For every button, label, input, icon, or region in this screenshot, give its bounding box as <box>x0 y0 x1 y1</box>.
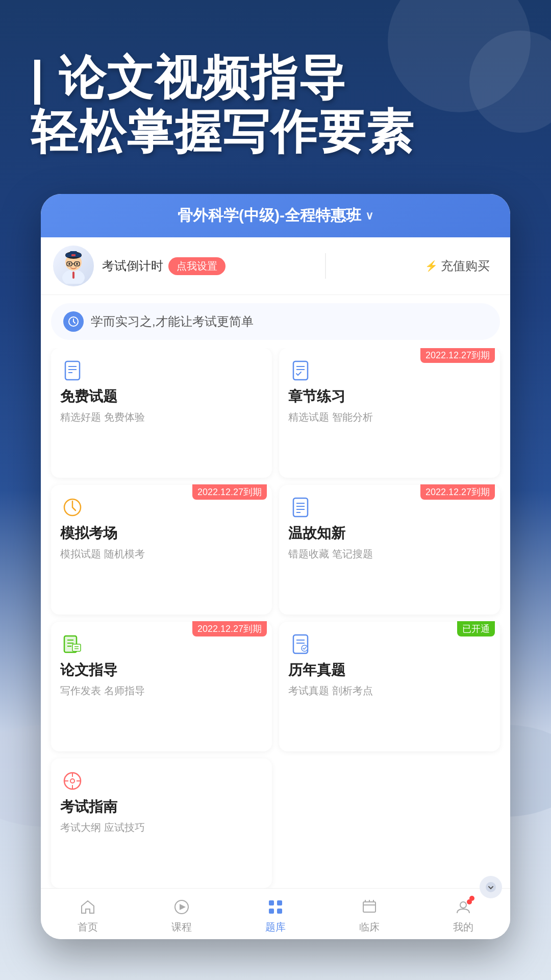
mock-subtitle: 模拟试题 随机模考 <box>60 547 263 561</box>
header-title: | 论文视频指导 轻松掌握写作要素 <box>31 51 520 159</box>
set-button[interactable]: 点我设置 <box>168 257 226 275</box>
nav-item-home[interactable]: 首页 <box>77 896 99 934</box>
mock-badge: 2022.12.27到期 <box>192 484 267 500</box>
history-badge: 已开通 <box>457 621 495 636</box>
recharge-label: 充值购买 <box>441 258 490 274</box>
svg-point-8 <box>68 263 70 265</box>
guide-icon <box>60 769 85 793</box>
svg-point-45 <box>486 882 496 892</box>
avatar-svg <box>56 248 91 284</box>
nav-item-exam[interactable]: 题库 <box>264 896 287 934</box>
card-free-exam[interactable]: 免费试题 精选好题 免费体验 <box>51 348 272 478</box>
nav-label-home: 首页 <box>78 920 98 934</box>
avatar <box>53 246 94 286</box>
header-section: | 论文视频指导 轻松掌握写作要素 <box>0 0 551 190</box>
mock-icon <box>60 495 85 520</box>
nav-item-course[interactable]: 课程 <box>170 896 193 934</box>
history-icon <box>288 632 313 656</box>
card-mock[interactable]: 2022.12.27到期 模拟考场 模拟试题 随机模考 <box>51 485 272 615</box>
free-exam-icon <box>60 358 85 383</box>
svg-rect-22 <box>293 498 308 517</box>
svg-rect-51 <box>363 902 375 912</box>
svg-rect-2 <box>72 272 74 279</box>
nav-item-mine[interactable]: 我的 <box>452 896 474 934</box>
avatar-image <box>53 246 94 286</box>
nav-label-course: 课程 <box>171 920 192 934</box>
countdown-label: 考试倒计时 <box>102 258 163 274</box>
card-paper[interactable]: 2022.12.27到期 论文指导 写作发表 名师指导 <box>51 622 272 751</box>
paper-icon <box>60 632 85 656</box>
clock-icon <box>63 311 84 332</box>
guide-title: 考试指南 <box>60 797 263 817</box>
mine-icon <box>452 896 474 918</box>
paper-title: 论文指导 <box>60 660 263 680</box>
free-exam-title: 免费试题 <box>60 387 263 406</box>
dropdown-arrow-icon[interactable]: ∨ <box>365 209 373 223</box>
nav-item-clinical[interactable]: 临床 <box>358 896 381 934</box>
divider <box>325 253 326 279</box>
svg-rect-48 <box>277 900 282 905</box>
cards-grid: 免费试题 精选好题 免费体验 2022.12.27到期 章节练习 精选试题 智能… <box>41 348 510 888</box>
free-exam-subtitle: 精选好题 免费体验 <box>60 410 263 424</box>
countdown-left: 考试倒计时 点我设置 <box>102 257 226 275</box>
svg-point-57 <box>467 899 472 904</box>
svg-rect-18 <box>293 361 308 380</box>
chapter-subtitle: 精选试题 智能分析 <box>288 410 491 424</box>
svg-point-40 <box>70 779 74 783</box>
clinical-icon <box>358 896 381 918</box>
course-title: 骨外科学(中级)-全程特惠班 <box>178 205 361 226</box>
bottom-nav: 首页 课程 题库 <box>41 888 510 939</box>
mock-title: 模拟考场 <box>60 524 263 543</box>
recharge-button[interactable]: ⚡ 充值购买 <box>425 258 490 274</box>
motto-text: 学而实习之,才能让考试更简单 <box>91 313 254 330</box>
card-review[interactable]: 2022.12.27到期 温故知新 错题收藏 笔记搜题 <box>279 485 500 615</box>
svg-rect-50 <box>277 909 282 914</box>
card-guide[interactable]: 考试指南 考试大纲 应试技巧 <box>51 758 272 888</box>
scroll-button[interactable] <box>480 876 502 898</box>
app-header[interactable]: 骨外科学(中级)-全程特惠班 ∨ <box>41 194 510 237</box>
svg-point-9 <box>76 263 78 265</box>
svg-rect-14 <box>65 361 80 380</box>
history-title: 历年真题 <box>288 660 491 680</box>
card-history[interactable]: 已开通 历年真题 考试真题 剖析考点 <box>279 622 500 751</box>
countdown-section: 考试倒计时 点我设置 ⚡ 充值购买 <box>94 253 498 279</box>
review-subtitle: 错题收藏 笔记搜题 <box>288 547 491 561</box>
header-line2: 轻松掌握写作要素 <box>31 105 520 159</box>
home-icon <box>77 896 99 918</box>
profile-bar: 考试倒计时 点我设置 ⚡ 充值购买 <box>41 237 510 295</box>
svg-rect-47 <box>269 900 274 905</box>
exam-icon <box>264 896 287 918</box>
svg-rect-11 <box>70 251 77 254</box>
header-line1: | 论文视频指导 <box>31 51 520 105</box>
svg-rect-49 <box>269 909 274 914</box>
course-icon <box>170 896 193 918</box>
paper-subtitle: 写作发表 名师指导 <box>60 684 263 698</box>
paper-badge: 2022.12.27到期 <box>192 621 267 636</box>
nav-label-mine: 我的 <box>453 920 473 934</box>
svg-point-56 <box>460 902 466 908</box>
svg-rect-32 <box>72 644 81 651</box>
review-icon <box>288 495 313 520</box>
card-chapter[interactable]: 2022.12.27到期 章节练习 精选试题 智能分析 <box>279 348 500 478</box>
chapter-title: 章节练习 <box>288 387 491 406</box>
chapter-icon <box>288 358 313 383</box>
review-badge: 2022.12.27到期 <box>420 484 495 500</box>
device-mockup: 骨外科学(中级)-全程特惠班 ∨ <box>41 194 510 939</box>
nav-label-clinical: 临床 <box>359 920 380 934</box>
guide-subtitle: 考试大纲 应试技巧 <box>60 821 263 835</box>
svg-rect-12 <box>71 254 76 256</box>
motto-bar: 学而实习之,才能让考试更简单 <box>51 303 500 340</box>
history-subtitle: 考试真题 剖析考点 <box>288 684 491 698</box>
review-title: 温故知新 <box>288 524 491 543</box>
nav-label-exam: 题库 <box>265 920 286 934</box>
recharge-icon: ⚡ <box>425 260 438 272</box>
chapter-badge: 2022.12.27到期 <box>420 348 495 363</box>
